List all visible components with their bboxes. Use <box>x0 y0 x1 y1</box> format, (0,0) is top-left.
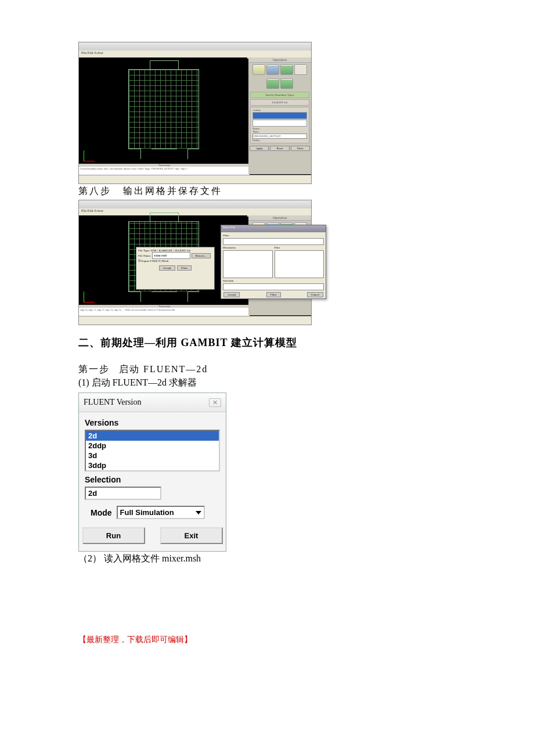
bc-icon <box>266 78 279 89</box>
mesh-icon <box>266 64 279 75</box>
section-heading-2: 二、前期处理—利用 GAMBIT 建立计算模型 <box>78 336 456 350</box>
selection-input[interactable]: 2d <box>85 487 161 500</box>
axis-icon <box>84 291 95 303</box>
accept-button: Accept <box>159 265 175 271</box>
gambit-screenshot-2: File Edit Solver Transcript edge 10, edg… <box>78 200 312 325</box>
substep-2: （2） 读入网格文件 mixer.msh <box>78 553 456 565</box>
ct-icon <box>280 78 293 89</box>
axis-icon <box>84 150 95 161</box>
transcript: Transcript edge 10, edge 11, edge 12, ed… <box>79 305 250 316</box>
version-option-3d[interactable]: 3d <box>86 451 219 460</box>
zones-icon <box>280 64 293 75</box>
version-option-2ddp[interactable]: 2ddp <box>86 441 219 451</box>
step-1-heading: 第一步启动 FLUENT—2d <box>78 363 456 376</box>
mode-label: Mode <box>91 508 112 517</box>
selection-label: Selection <box>85 475 220 484</box>
exit-button[interactable]: Exit <box>160 527 223 544</box>
caption-step8: 第八步输出网格并保存文件 <box>78 185 456 197</box>
version-option-2d[interactable]: 2d <box>86 431 219 441</box>
versions-listbox[interactable]: 2d 2ddp 3d 3ddp <box>85 430 220 471</box>
file-browser-dialog: Select File Filter Directories Files Sel… <box>221 225 326 299</box>
footer-note: 【最新整理，下载后即可编辑】 <box>78 635 456 645</box>
gambit-screenshot-1: File Edit Solver Transcript Created boun… <box>78 42 312 184</box>
chevron-down-icon <box>196 511 201 514</box>
mode-select[interactable]: Full Simulation <box>117 506 205 519</box>
gambit-viewport <box>79 57 247 166</box>
apply-button: Apply <box>250 146 269 151</box>
geom-icon <box>252 64 265 75</box>
close-button: Close <box>291 146 310 151</box>
transcript: Transcript Created boundary entity: inle… <box>79 164 250 175</box>
reset-button: Reset <box>270 146 289 151</box>
substep-1: (1) 启动 FLUENT—2d 求解器 <box>78 377 456 389</box>
close-button: Close <box>177 265 192 271</box>
version-option-3ddp[interactable]: 3ddp <box>86 460 219 470</box>
run-button[interactable]: Run <box>82 527 145 544</box>
gambit-sidebar: Operation Specify Boundary Types FLUENT … <box>248 57 311 174</box>
tools-icon <box>294 64 307 75</box>
versions-label: Versions <box>85 418 220 427</box>
fluent-version-dialog: FLUENT Version ✕ Versions 2d 2ddp 3d 3dd… <box>78 393 226 552</box>
export-dialog: File Type: UNS / RAMPANT / FLUENT 5/6 Fi… <box>136 247 215 290</box>
close-icon[interactable]: ✕ <box>209 398 221 407</box>
dialog-title: FLUENT Version <box>84 398 141 407</box>
